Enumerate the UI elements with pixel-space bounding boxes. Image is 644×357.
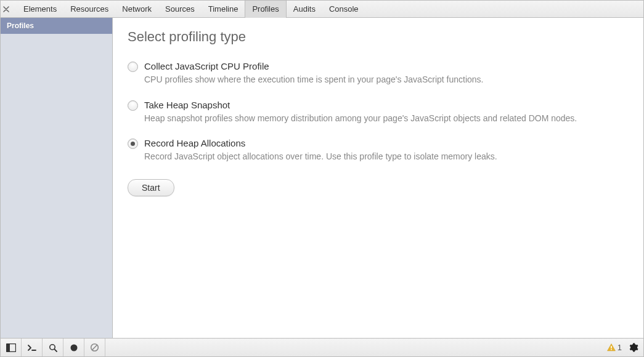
clear-icon[interactable] <box>84 339 105 356</box>
tab-resources[interactable]: Resources <box>63 1 115 18</box>
profile-option-heap-snapshot[interactable]: Take Heap Snapshot Heap snapshot profile… <box>128 100 629 125</box>
content-panel: Select profiling type Collect JavaScript… <box>113 18 643 338</box>
tab-profiles[interactable]: Profiles <box>245 1 286 18</box>
svg-line-4 <box>54 349 57 351</box>
option-text: Collect JavaScript CPU Profile CPU profi… <box>144 61 629 86</box>
svg-point-5 <box>70 344 77 351</box>
warnings-indicator[interactable]: 1 <box>607 343 622 352</box>
close-button[interactable] <box>3 6 17 12</box>
main-area: Profiles Select profiling type Collect J… <box>1 18 643 338</box>
svg-rect-8 <box>611 346 612 348</box>
sidebar: Profiles <box>1 18 113 338</box>
devtools-topbar: Elements Resources Network Sources Timel… <box>1 1 643 18</box>
warnings-count: 1 <box>618 343 622 352</box>
option-text: Record Heap Allocations Record JavaScrip… <box>144 138 629 163</box>
dock-icon[interactable] <box>1 339 22 356</box>
option-label: Record Heap Allocations <box>144 138 629 148</box>
start-button[interactable]: Start <box>128 179 174 196</box>
search-icon[interactable] <box>43 339 63 356</box>
settings-gear-icon[interactable] <box>628 342 638 353</box>
tab-timeline[interactable]: Timeline <box>202 1 245 18</box>
option-desc: Heap snapshot profiles show memory distr… <box>144 113 629 125</box>
option-label: Collect JavaScript CPU Profile <box>144 61 629 71</box>
sidebar-header: Profiles <box>1 18 112 34</box>
radio-icon[interactable] <box>128 62 138 72</box>
profile-option-heap-alloc[interactable]: Record Heap Allocations Record JavaScrip… <box>128 138 629 163</box>
tab-sources[interactable]: Sources <box>158 1 202 18</box>
option-text: Take Heap Snapshot Heap snapshot profile… <box>144 100 629 125</box>
bottombar: 1 <box>1 338 643 356</box>
radio-icon[interactable] <box>128 138 138 149</box>
record-icon[interactable] <box>63 339 84 356</box>
tab-network[interactable]: Network <box>115 1 158 18</box>
radio-icon[interactable] <box>128 100 138 111</box>
bottombar-left <box>1 339 105 356</box>
svg-rect-1 <box>7 344 10 351</box>
bottombar-right: 1 <box>607 342 643 353</box>
option-desc: Record JavaScript object allocations ove… <box>144 151 629 163</box>
svg-line-7 <box>92 345 97 350</box>
console-toggle-icon[interactable] <box>22 339 43 356</box>
tab-audits[interactable]: Audits <box>287 1 322 18</box>
option-label: Take Heap Snapshot <box>144 100 629 110</box>
profile-option-cpu[interactable]: Collect JavaScript CPU Profile CPU profi… <box>128 61 629 86</box>
tab-console[interactable]: Console <box>322 1 365 18</box>
svg-rect-9 <box>611 349 612 350</box>
tab-elements[interactable]: Elements <box>17 1 63 18</box>
page-heading: Select profiling type <box>128 29 629 45</box>
option-desc: CPU profiles show where the execution ti… <box>144 74 629 86</box>
